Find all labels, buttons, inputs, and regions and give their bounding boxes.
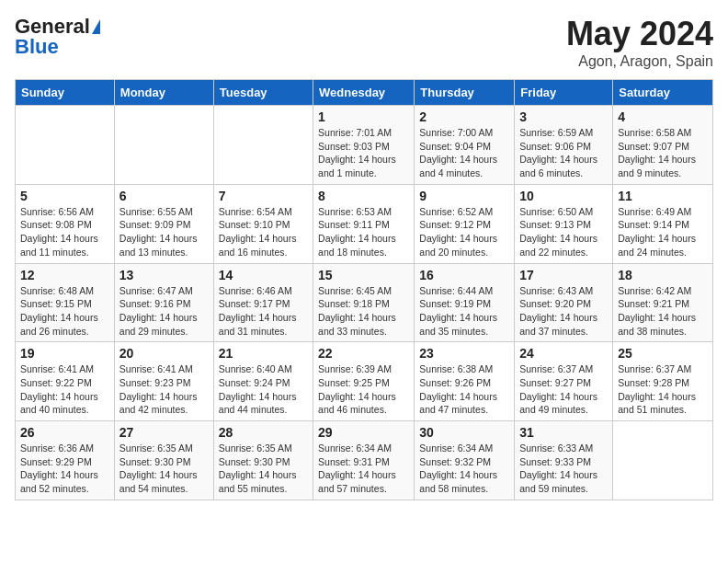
logo-blue: Blue: [15, 35, 59, 59]
page-header: General Blue May 2024 Agon, Aragon, Spai…: [15, 15, 713, 70]
calendar-week-row: 26Sunrise: 6:36 AM Sunset: 9:29 PM Dayli…: [16, 421, 713, 500]
calendar-cell: 14Sunrise: 6:46 AM Sunset: 9:17 PM Dayli…: [213, 263, 313, 342]
calendar-cell: 1Sunrise: 7:01 AM Sunset: 9:03 PM Daylig…: [313, 106, 415, 185]
cell-day-number: 13: [119, 268, 209, 282]
calendar-cell: 31Sunrise: 6:33 AM Sunset: 9:33 PM Dayli…: [515, 421, 613, 500]
calendar-week-row: 19Sunrise: 6:41 AM Sunset: 9:22 PM Dayli…: [16, 342, 713, 421]
location: Agon, Aragon, Spain: [566, 53, 713, 70]
calendar-cell: 20Sunrise: 6:41 AM Sunset: 9:23 PM Dayli…: [114, 342, 213, 421]
cell-info-text: Sunrise: 6:45 AM Sunset: 9:18 PM Dayligh…: [318, 284, 409, 339]
calendar-header-cell: Wednesday: [313, 80, 415, 106]
cell-day-number: 9: [419, 189, 509, 203]
calendar-cell: 30Sunrise: 6:34 AM Sunset: 9:32 PM Dayli…: [415, 421, 515, 500]
cell-day-number: 12: [20, 268, 109, 282]
cell-info-text: Sunrise: 6:42 AM Sunset: 9:21 PM Dayligh…: [618, 284, 708, 339]
cell-day-number: 7: [219, 189, 308, 203]
cell-info-text: Sunrise: 6:41 AM Sunset: 9:22 PM Dayligh…: [20, 362, 109, 417]
calendar-cell: 27Sunrise: 6:35 AM Sunset: 9:30 PM Dayli…: [114, 421, 213, 500]
cell-info-text: Sunrise: 6:35 AM Sunset: 9:30 PM Dayligh…: [219, 442, 308, 496]
cell-day-number: 29: [318, 425, 409, 440]
cell-day-number: 30: [419, 425, 509, 440]
calendar-week-row: 12Sunrise: 6:48 AM Sunset: 9:15 PM Dayli…: [16, 263, 713, 342]
cell-info-text: Sunrise: 6:34 AM Sunset: 9:31 PM Dayligh…: [318, 442, 409, 496]
calendar-cell: 10Sunrise: 6:50 AM Sunset: 9:13 PM Dayli…: [515, 184, 613, 263]
cell-info-text: Sunrise: 6:55 AM Sunset: 9:09 PM Dayligh…: [119, 205, 209, 259]
cell-info-text: Sunrise: 6:46 AM Sunset: 9:17 PM Dayligh…: [219, 284, 308, 339]
calendar-cell: 2Sunrise: 7:00 AM Sunset: 9:04 PM Daylig…: [415, 106, 515, 185]
calendar-cell: 29Sunrise: 6:34 AM Sunset: 9:31 PM Dayli…: [313, 421, 415, 500]
calendar-header-cell: Friday: [515, 80, 613, 106]
cell-day-number: 16: [419, 268, 509, 282]
cell-day-number: 3: [519, 109, 608, 124]
calendar-week-row: 5Sunrise: 6:56 AM Sunset: 9:08 PM Daylig…: [16, 184, 713, 263]
cell-day-number: 21: [219, 346, 308, 361]
cell-info-text: Sunrise: 6:58 AM Sunset: 9:07 PM Dayligh…: [618, 126, 708, 180]
cell-day-number: 25: [618, 346, 708, 361]
cell-info-text: Sunrise: 6:37 AM Sunset: 9:28 PM Dayligh…: [618, 362, 708, 417]
cell-info-text: Sunrise: 6:59 AM Sunset: 9:06 PM Dayligh…: [519, 126, 608, 180]
title-block: May 2024 Agon, Aragon, Spain: [566, 15, 713, 70]
cell-info-text: Sunrise: 6:43 AM Sunset: 9:20 PM Dayligh…: [519, 284, 608, 339]
cell-info-text: Sunrise: 6:39 AM Sunset: 9:25 PM Dayligh…: [318, 362, 409, 417]
cell-day-number: 28: [219, 425, 308, 440]
cell-day-number: 5: [20, 189, 109, 203]
cell-info-text: Sunrise: 6:44 AM Sunset: 9:19 PM Dayligh…: [419, 284, 509, 339]
cell-info-text: Sunrise: 6:38 AM Sunset: 9:26 PM Dayligh…: [419, 362, 509, 417]
calendar-cell: 24Sunrise: 6:37 AM Sunset: 9:27 PM Dayli…: [515, 342, 613, 421]
calendar-cell: 26Sunrise: 6:36 AM Sunset: 9:29 PM Dayli…: [16, 421, 115, 500]
calendar-week-row: 1Sunrise: 7:01 AM Sunset: 9:03 PM Daylig…: [16, 106, 713, 185]
calendar-cell: 13Sunrise: 6:47 AM Sunset: 9:16 PM Dayli…: [114, 263, 213, 342]
calendar-cell: 11Sunrise: 6:49 AM Sunset: 9:14 PM Dayli…: [613, 184, 713, 263]
calendar-cell: 9Sunrise: 6:52 AM Sunset: 9:12 PM Daylig…: [415, 184, 515, 263]
cell-day-number: 4: [618, 109, 708, 124]
logo: General Blue: [15, 15, 102, 59]
calendar-cell: 19Sunrise: 6:41 AM Sunset: 9:22 PM Dayli…: [16, 342, 115, 421]
cell-day-number: 17: [519, 268, 608, 282]
cell-day-number: 19: [20, 346, 109, 361]
cell-day-number: 26: [20, 425, 109, 440]
calendar-cell: [16, 106, 115, 185]
cell-day-number: 27: [119, 425, 209, 440]
cell-day-number: 15: [318, 268, 409, 282]
calendar-cell: 3Sunrise: 6:59 AM Sunset: 9:06 PM Daylig…: [515, 106, 613, 185]
cell-day-number: 20: [119, 346, 209, 361]
calendar-cell: 28Sunrise: 6:35 AM Sunset: 9:30 PM Dayli…: [213, 421, 313, 500]
cell-info-text: Sunrise: 6:33 AM Sunset: 9:33 PM Dayligh…: [519, 442, 608, 496]
cell-day-number: 22: [318, 346, 409, 361]
cell-day-number: 31: [519, 425, 608, 440]
calendar-header-row: SundayMondayTuesdayWednesdayThursdayFrid…: [16, 80, 713, 106]
cell-info-text: Sunrise: 6:52 AM Sunset: 9:12 PM Dayligh…: [419, 205, 509, 259]
cell-info-text: Sunrise: 6:40 AM Sunset: 9:24 PM Dayligh…: [219, 362, 308, 417]
cell-day-number: 1: [318, 109, 409, 124]
calendar-cell: 17Sunrise: 6:43 AM Sunset: 9:20 PM Dayli…: [515, 263, 613, 342]
calendar-body: 1Sunrise: 7:01 AM Sunset: 9:03 PM Daylig…: [16, 106, 713, 500]
cell-day-number: 8: [318, 189, 409, 203]
cell-day-number: 2: [419, 109, 509, 124]
calendar-cell: 23Sunrise: 6:38 AM Sunset: 9:26 PM Dayli…: [415, 342, 515, 421]
calendar-cell: [114, 106, 213, 185]
cell-info-text: Sunrise: 6:34 AM Sunset: 9:32 PM Dayligh…: [419, 442, 509, 496]
cell-day-number: 24: [519, 346, 608, 361]
cell-info-text: Sunrise: 6:37 AM Sunset: 9:27 PM Dayligh…: [519, 362, 608, 417]
calendar-cell: 12Sunrise: 6:48 AM Sunset: 9:15 PM Dayli…: [16, 263, 115, 342]
calendar-cell: [213, 106, 313, 185]
calendar-cell: 8Sunrise: 6:53 AM Sunset: 9:11 PM Daylig…: [313, 184, 415, 263]
calendar-cell: 5Sunrise: 6:56 AM Sunset: 9:08 PM Daylig…: [16, 184, 115, 263]
cell-info-text: Sunrise: 6:54 AM Sunset: 9:10 PM Dayligh…: [219, 205, 308, 259]
cell-info-text: Sunrise: 6:41 AM Sunset: 9:23 PM Dayligh…: [119, 362, 209, 417]
calendar-header-cell: Thursday: [415, 80, 515, 106]
calendar-cell: 6Sunrise: 6:55 AM Sunset: 9:09 PM Daylig…: [114, 184, 213, 263]
cell-info-text: Sunrise: 6:56 AM Sunset: 9:08 PM Dayligh…: [20, 205, 109, 259]
calendar-cell: 22Sunrise: 6:39 AM Sunset: 9:25 PM Dayli…: [313, 342, 415, 421]
cell-info-text: Sunrise: 6:53 AM Sunset: 9:11 PM Dayligh…: [318, 205, 409, 259]
calendar-cell: 4Sunrise: 6:58 AM Sunset: 9:07 PM Daylig…: [613, 106, 713, 185]
cell-day-number: 10: [519, 189, 608, 203]
cell-info-text: Sunrise: 7:01 AM Sunset: 9:03 PM Dayligh…: [318, 126, 409, 180]
calendar-cell: 7Sunrise: 6:54 AM Sunset: 9:10 PM Daylig…: [213, 184, 313, 263]
cell-info-text: Sunrise: 6:49 AM Sunset: 9:14 PM Dayligh…: [618, 205, 708, 259]
cell-day-number: 14: [219, 268, 308, 282]
cell-info-text: Sunrise: 6:36 AM Sunset: 9:29 PM Dayligh…: [20, 442, 109, 496]
calendar-table: SundayMondayTuesdayWednesdayThursdayFrid…: [15, 79, 713, 500]
cell-day-number: 6: [119, 189, 209, 203]
cell-info-text: Sunrise: 7:00 AM Sunset: 9:04 PM Dayligh…: [419, 126, 509, 180]
